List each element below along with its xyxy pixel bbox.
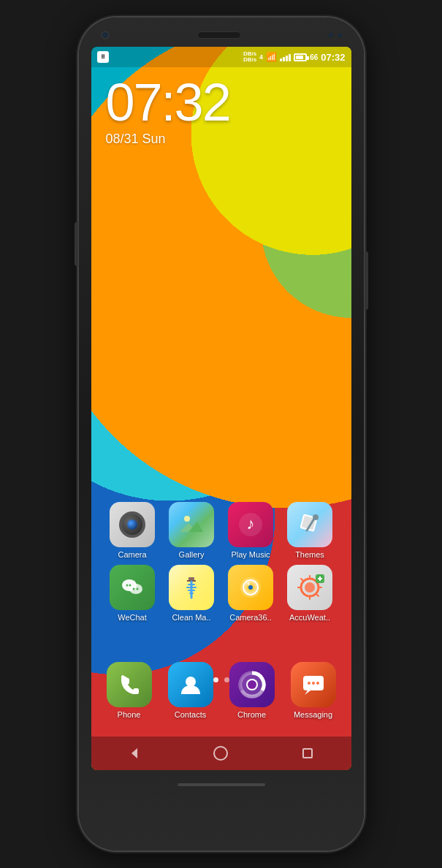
messaging-icon [291,662,336,707]
dock-apps: Phone Contacts [91,656,351,736]
sensors-area [329,33,342,37]
themes-icon [287,502,332,547]
svg-text:♪: ♪ [247,514,255,533]
svg-point-25 [248,585,253,590]
status-left: ⠿ [97,51,109,63]
messaging-label: Messaging [294,710,332,719]
notification-icon: ⠿ [97,51,109,63]
camera360-icon [228,565,273,610]
recents-button[interactable] [294,740,321,766]
svg-marker-44 [305,690,310,695]
app-item-cleanmaster[interactable]: Clean Ma.. [165,565,218,622]
clock-date: 08/31 Sun [106,132,230,147]
app-item-camera360[interactable]: Camera36.. [224,565,277,622]
wifi-icon: 📶 [266,52,277,62]
playmusic-label: Play Music [231,550,270,559]
phone-bottom [79,770,364,802]
svg-point-11 [126,585,129,587]
lte-icon: 4 [259,53,263,61]
chrome-label: Chrome [237,710,266,719]
app-item-gallery[interactable]: Gallery [165,502,218,559]
app-item-accuweather[interactable]: AccuWeat.. [283,565,336,622]
dock-item-chrome[interactable]: Chrome [226,662,278,736]
status-time: 07:32 [321,52,345,63]
svg-point-8 [313,514,319,520]
light-sensor [338,33,342,37]
contacts-icon [168,662,213,707]
app-item-themes[interactable]: Themes [283,502,336,559]
dock-item-messaging[interactable]: Messaging [287,662,340,736]
svg-point-28 [305,582,315,593]
phone-label: Phone [118,710,141,719]
cleanmaster-icon [169,565,214,610]
dock: Phone Contacts [91,656,351,736]
svg-point-10 [129,584,142,594]
themes-label: Themes [295,550,324,559]
network-info: DB/sDB/s [243,51,256,63]
camera-icon [110,502,155,547]
svg-line-33 [301,579,303,581]
battery-icon [294,53,307,61]
earpiece-speaker [197,31,241,39]
camera-label: Camera [118,550,146,559]
app-row-1: Camera Gallery [103,502,340,559]
svg-line-34 [316,594,319,596]
home-button[interactable] [207,740,234,766]
accuweather-label: AccuWeat.. [289,613,330,622]
app-grid: Camera Gallery [91,502,351,628]
phone-screen: ⠿ DB/sDB/s 4 📶 66 07:32 [91,47,351,770]
back-button[interactable] [121,740,148,766]
phone-device: ⠿ DB/sDB/s 4 📶 66 07:32 [79,18,364,850]
svg-rect-15 [188,577,194,580]
svg-point-45 [308,682,310,685]
svg-point-42 [248,680,256,689]
home-indicator [178,783,265,786]
dock-item-contacts[interactable]: Contacts [164,662,217,736]
svg-point-14 [137,588,139,590]
navigation-bar [91,736,351,770]
accuweather-icon [287,565,332,610]
proximity-sensor [329,33,333,37]
wechat-label: WeChat [118,613,147,622]
status-bar: ⠿ DB/sDB/s 4 📶 66 07:32 [91,47,351,67]
svg-point-13 [133,588,135,590]
app-row-2: WeChat Cle [103,565,340,622]
camera-lens-icon [119,511,145,538]
status-right: DB/sDB/s 4 📶 66 07:32 [243,51,346,63]
svg-point-46 [312,682,315,685]
chrome-icon [229,662,275,707]
playmusic-icon: ♪ [228,502,273,547]
gallery-icon [169,502,214,547]
clock-widget: 07:32 08/31 Sun [106,76,230,147]
front-camera [101,31,110,39]
gallery-label: Gallery [179,550,205,559]
app-item-playmusic[interactable]: ♪ Play Music [224,502,277,559]
signal-strength-icon [280,53,291,61]
app-item-wechat[interactable]: WeChat [106,565,159,622]
svg-point-47 [316,682,319,685]
clock-time: 07:32 [106,76,230,129]
dock-item-phone[interactable]: Phone [103,662,156,736]
app-item-camera[interactable]: Camera [106,502,159,559]
svg-point-49 [214,747,227,760]
cleanmaster-label: Clean Ma.. [172,613,210,622]
phone-icon [107,662,152,707]
svg-marker-48 [132,748,137,758]
svg-point-39 [186,677,196,687]
wechat-icon [110,565,155,610]
contacts-label: Contacts [175,710,206,719]
camera360-label: Camera36.. [229,613,271,622]
svg-point-0 [184,516,190,522]
svg-point-12 [129,585,132,587]
phone-top-bar [79,18,364,47]
svg-point-26 [247,582,250,585]
battery-percent: 66 [310,53,318,61]
svg-rect-50 [303,749,312,758]
